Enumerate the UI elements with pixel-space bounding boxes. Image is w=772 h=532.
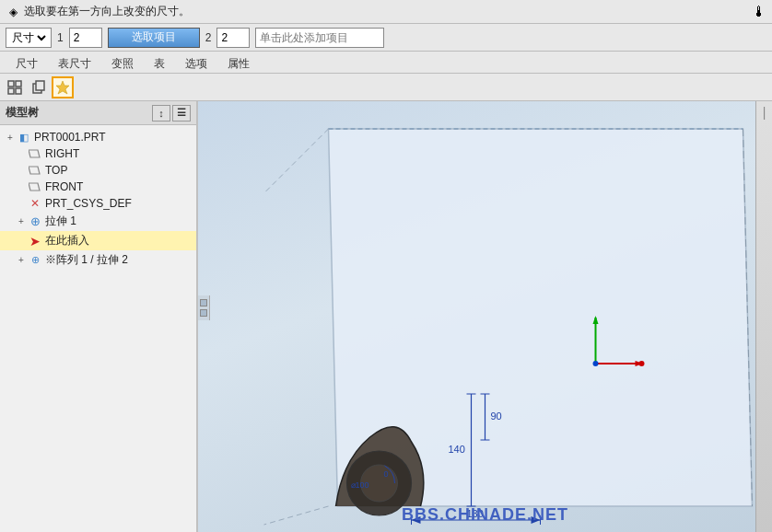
svg-marker-8 — [29, 167, 40, 174]
star-icon-btn[interactable] — [52, 76, 74, 98]
csys-icon: ✕ — [28, 197, 42, 210]
prt-label: PRT0001.PRT — [34, 131, 106, 144]
svg-marker-9 — [29, 183, 40, 191]
input2-label: 2 — [205, 31, 212, 44]
pattern-icon: ⊕ — [28, 254, 42, 267]
tab-table[interactable]: 表 — [144, 54, 175, 73]
additem-field[interactable] — [255, 28, 384, 48]
left-indicator — [198, 295, 210, 320]
svg-marker-6 — [56, 81, 69, 94]
svg-rect-3 — [16, 88, 21, 94]
svg-line-12 — [264, 506, 329, 525]
input1-field[interactable] — [69, 28, 102, 48]
tree-item-extrude1[interactable]: + ⊕ 拉伸 1 — [0, 212, 196, 231]
icon-toolbar — [0, 74, 772, 101]
extrude1-label: 拉伸 1 — [45, 214, 76, 229]
front-plane-icon — [28, 180, 42, 193]
tree-item-csys[interactable]: ✕ PRT_CSYS_DEF — [0, 195, 196, 212]
input2-field[interactable] — [216, 28, 250, 48]
indicator-dot — [200, 299, 207, 306]
tree-item-prt[interactable]: + ◧ PRT0001.PRT — [0, 129, 196, 145]
grid-icon — [7, 80, 22, 95]
tab-varref[interactable]: 变照 — [101, 54, 144, 73]
tree-item-pattern[interactable]: + ⊕ ※阵列 1 / 拉伸 2 — [0, 250, 196, 270]
svg-text:0: 0 — [384, 469, 389, 479]
svg-rect-1 — [16, 81, 21, 87]
top-bar: ◈ 选取要在第一方向上改变的尺寸。 🌡 — [0, 0, 772, 24]
model-tree-title: 模型树 — [6, 105, 39, 121]
svg-line-11 — [264, 129, 329, 193]
tab-options[interactable]: 选项 — [175, 54, 217, 73]
svg-rect-2 — [8, 88, 14, 94]
model-tree-items: + ◧ PRT0001.PRT RIGHT — [0, 125, 196, 532]
dimension-dropdown[interactable]: 尺寸 — [8, 30, 49, 45]
tree-item-insert[interactable]: ➤ 在此插入 — [0, 231, 196, 250]
top-label: TOP — [45, 164, 67, 177]
extrude1-icon: ⊕ — [28, 215, 42, 228]
cad-drawing: 90 140 130 0 ⌀100 — [198, 101, 772, 532]
svg-point-21 — [593, 361, 599, 366]
thermometer-graphic: | — [763, 105, 766, 120]
model-tree-header: 模型树 ↕ ☰ — [0, 101, 196, 125]
svg-rect-0 — [8, 81, 14, 87]
grid-icon-btn[interactable] — [4, 76, 26, 98]
tab-table-size[interactable]: 表尺寸 — [48, 54, 101, 73]
top-plane-icon — [28, 164, 42, 177]
prt-icon: ◧ — [17, 131, 31, 144]
svg-text:⌀100: ⌀100 — [351, 480, 369, 490]
tab-dimension[interactable]: 尺寸 — [6, 54, 48, 73]
csys-label: PRT_CSYS_DEF — [45, 197, 132, 210]
insert-icon: ➤ — [28, 235, 42, 248]
indicator-dot — [200, 309, 207, 317]
watermark: BBS.CHINADE.NET — [402, 505, 568, 525]
main-content: 模型树 ↕ ☰ + ◧ PRT0001.PRT — [0, 101, 772, 532]
svg-point-22 — [639, 361, 645, 366]
expand-extrude1: + — [15, 216, 28, 226]
model-tree-panel: 模型树 ↕ ☰ + ◧ PRT0001.PRT — [0, 101, 198, 532]
input1-label: 1 — [57, 31, 64, 44]
tab-row: 尺寸 表尺寸 变照 表 选项 属性 — [0, 52, 772, 74]
svg-marker-7 — [29, 150, 40, 157]
right-plane-icon — [28, 147, 42, 160]
tab-properties[interactable]: 属性 — [217, 54, 260, 73]
tree-item-top[interactable]: TOP — [0, 162, 196, 179]
viewport: 90 140 130 0 ⌀100 BBS.CHINADE.NET — [198, 101, 772, 532]
toolbar-row: 尺寸 1 选取项目 2 — [0, 24, 772, 52]
select-items-button[interactable]: 选取项目 — [108, 28, 200, 48]
thermometer-strip: | — [755, 101, 772, 532]
insert-label: 在此插入 — [45, 233, 89, 249]
svg-rect-5 — [36, 81, 44, 90]
tree-menu-btn[interactable]: ☰ — [172, 105, 191, 121]
svg-text:140: 140 — [449, 444, 465, 455]
top-bar-message: 选取要在第一方向上改变的尺寸。 — [24, 4, 190, 19]
tree-item-front[interactable]: FRONT — [0, 179, 196, 195]
thermometer-icon: 🌡 — [752, 4, 766, 20]
pattern-label: ※阵列 1 / 拉伸 2 — [45, 252, 128, 268]
star-icon — [55, 80, 70, 95]
expand-pattern: + — [15, 255, 28, 265]
copy-icon — [31, 80, 46, 95]
copy-icon-btn[interactable] — [28, 76, 50, 98]
front-label: FRONT — [45, 180, 83, 193]
dimension-select[interactable]: 尺寸 — [6, 28, 52, 48]
info-icon: ◈ — [6, 5, 20, 19]
expand-prt: + — [4, 133, 17, 143]
tree-sort-btn[interactable]: ↕ — [152, 105, 170, 121]
svg-text:90: 90 — [491, 411, 502, 422]
tree-item-right[interactable]: RIGHT — [0, 145, 196, 162]
right-label: RIGHT — [45, 147, 79, 160]
